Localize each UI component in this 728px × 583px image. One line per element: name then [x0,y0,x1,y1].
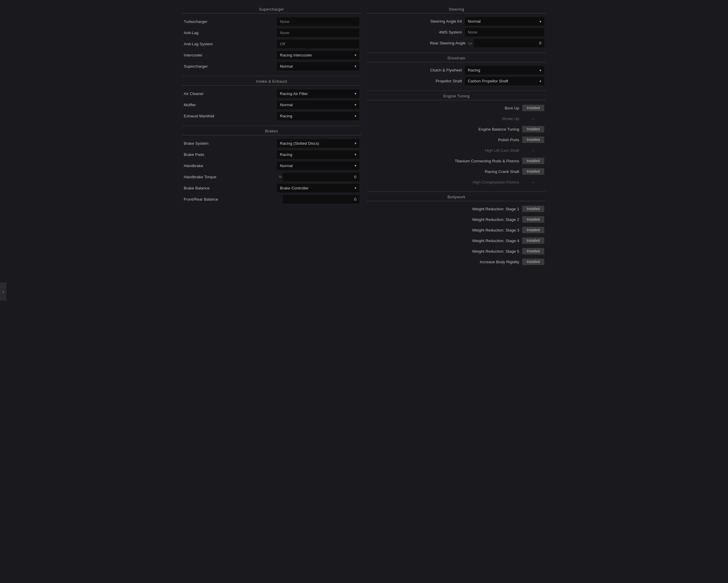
main-container: Supercharger Turbocharger None Anti-Lag … [182,3,546,274]
row-weight-reduction-3: Weight Reduction: Stage 3 Installed [367,225,546,235]
drivetrain-header: Drivetrain [367,55,546,62]
section-engine-tuning: Engine Tuning Bore Up Installed Stroke U… [367,91,546,187]
row-brake-system: Brake System Racing (Slotted Discs) [182,138,361,149]
supercharger-header: Supercharger [182,6,361,14]
row-increase-body-rigidity: Increase Body Rigidity Installed [367,256,546,267]
anti-lag-system-label: Anti-Lag System [184,42,277,46]
steering-header: Steering [367,6,546,14]
weight-reduction-4-badge: Installed [522,237,544,244]
section-steering: Steering Steering Angle Kit Normal 4WS S… [367,6,546,49]
supercharger-select[interactable]: Normal [277,62,359,71]
4ws-system-label: 4WS System [369,30,462,34]
muffler-select[interactable]: Normal [277,101,359,109]
brake-balance-select-wrapper: Brake Controller [277,184,359,193]
air-cleaner-select-wrapper: Racing Air Filter [277,90,359,98]
bodywork-header: Bodywork [367,194,546,201]
brake-pads-select[interactable]: Racing [277,150,359,159]
row-weight-reduction-4: Weight Reduction: Stage 4 Installed [367,235,546,246]
high-compression-pistons-label: High Compression Pistons [369,180,519,184]
row-propellor-shaft: Propellor Shaft Carbon Propellor Shaft [367,76,546,86]
turbocharger-value: None [277,17,359,26]
intercooler-label: Intercooler [184,53,277,57]
intercooler-select-wrapper: Racing Intercooler [277,51,359,59]
rear-steering-angle-label: Rear Steering Angle [369,41,465,45]
brake-system-label: Brake System [184,141,277,146]
stroke-up-badge: -- [522,117,544,121]
engine-balance-tuning-badge: Installed [522,126,544,132]
row-titanium-connecting-rods-pistons: Titanium Connecting Rods & Pistons Insta… [367,156,546,166]
4ws-system-value: None [465,28,544,36]
intake-exhaust-header: Intake & Exhaust [182,78,361,85]
rear-steering-angle-value: 0 [474,39,544,47]
row-rear-steering-angle: Rear Steering Angle Lv. 0 [367,37,546,49]
propellor-shaft-label: Propellor Shaft [369,79,462,83]
brake-system-select[interactable]: Racing (Slotted Discs) [277,139,359,148]
row-4ws-system: 4WS System None [367,27,546,37]
exhaust-manifold-select[interactable]: Racing [277,112,359,120]
section-supercharger: Supercharger Turbocharger None Anti-Lag … [182,6,361,72]
propellor-shaft-select[interactable]: Carbon Propellor Shaft [465,77,544,85]
row-supercharger: Supercharger Normal [182,60,361,72]
polish-ports-badge: Installed [522,136,544,143]
section-brakes: Brakes Brake System Racing (Slotted Disc… [182,126,361,205]
section-drivetrain: Drivetrain Clutch & Flywheel Racing Prop… [367,53,546,86]
front-rear-balance-label: Front/Rear Balance [184,197,283,202]
weight-reduction-2-label: Weight Reduction: Stage 2 [369,218,519,222]
weight-reduction-2-badge: Installed [522,216,544,223]
divider-intake [182,76,361,76]
brake-balance-select[interactable]: Brake Controller [277,184,359,193]
row-handbrake: Handbrake Normal [182,160,361,171]
row-stroke-up: Stroke Up -- [367,113,546,124]
handbrake-select-wrapper: Normal [277,161,359,170]
row-brake-pads: Brake Pads Racing [182,149,361,160]
brake-pads-label: Brake Pads [184,152,277,157]
row-weight-reduction-5: Weight Reduction: Stage 5 Installed [367,246,546,256]
handbrake-torque-label: Handbrake Torque [184,175,276,179]
row-weight-reduction-1: Weight Reduction: Stage 1 Installed [367,204,546,214]
handbrake-select[interactable]: Normal [277,161,359,170]
engine-balance-tuning-label: Engine Balance Tuning [369,127,519,131]
exhaust-manifold-label: Exhaust Manifold [184,114,277,118]
increase-body-rigidity-label: Increase Body Rigidity [369,260,519,264]
weight-reduction-3-badge: Installed [522,227,544,233]
clutch-flywheel-select[interactable]: Racing [465,66,544,74]
divider-brakes [182,126,361,126]
section-bodywork: Bodywork Weight Reduction: Stage 1 Insta… [367,192,546,267]
handbrake-torque-value: 0 [283,173,359,181]
brake-balance-label: Brake Balance [184,186,277,190]
row-racing-crank-shaft: Racing Crank Shaft Installed [367,166,546,177]
row-intercooler: Intercooler Racing Intercooler [182,49,361,60]
anti-lag-label: Anti-Lag [184,31,277,35]
divider-engine-tuning [367,91,546,91]
steering-angle-kit-label: Steering Angle Kit [369,19,462,24]
row-clutch-flywheel: Clutch & Flywheel Racing [367,65,546,76]
turbocharger-label: Turbocharger [184,19,277,24]
supercharger-label: Supercharger [184,64,277,69]
row-high-lift-cam-shaft: High Lift Cam Shaft -- [367,145,546,156]
propellor-shaft-select-wrapper: Carbon Propellor Shaft [465,77,544,85]
weight-reduction-5-label: Weight Reduction: Stage 5 [369,249,519,254]
intercooler-select[interactable]: Racing Intercooler [277,51,359,59]
air-cleaner-select[interactable]: Racing Air Filter [277,90,359,98]
row-steering-angle-kit: Steering Angle Kit Normal [367,16,546,27]
air-cleaner-label: Air Cleaner [184,92,277,96]
row-polish-ports: Polish Ports Installed [367,134,546,145]
bore-up-label: Bore Up [369,106,519,110]
engine-tuning-header: Engine Tuning [367,93,546,100]
row-anti-lag-system: Anti-Lag System Off [182,38,361,49]
muffler-label: Muffler [184,103,277,107]
bore-up-badge: Installed [522,105,544,111]
weight-reduction-1-badge: Installed [522,206,544,212]
weight-reduction-5-badge: Installed [522,248,544,254]
back-arrow[interactable]: ‹ [0,283,6,301]
high-lift-cam-shaft-badge: -- [522,148,544,153]
brake-system-select-wrapper: Racing (Slotted Discs) [277,139,359,148]
row-anti-lag: Anti-Lag None [182,27,361,38]
divider-bodywork [367,192,546,192]
front-rear-balance-value: 0 [283,195,359,204]
row-air-cleaner: Air Cleaner Racing Air Filter [182,88,361,99]
steering-angle-kit-select[interactable]: Normal [465,17,544,26]
weight-reduction-1-label: Weight Reduction: Stage 1 [369,207,519,211]
row-front-rear-balance: Front/Rear Balance 0 [182,194,361,205]
high-lift-cam-shaft-label: High Lift Cam Shaft [369,148,519,153]
